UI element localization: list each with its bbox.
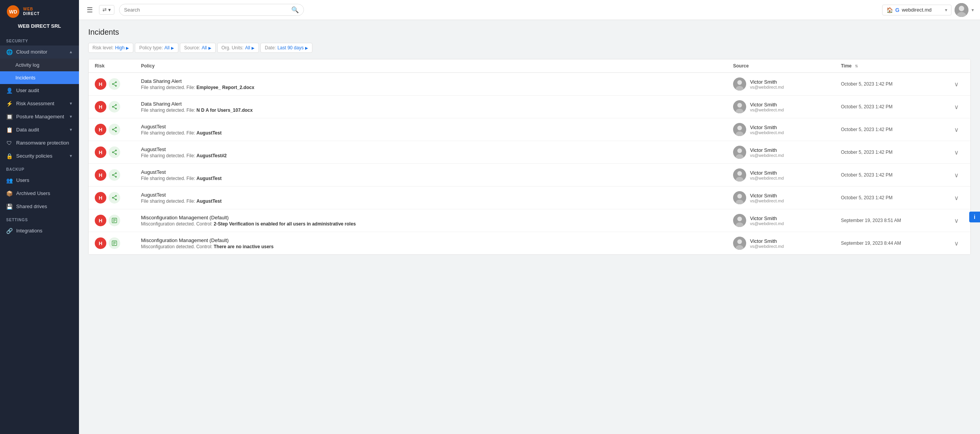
risk-assessment-icon: ⚡ [6,101,12,107]
svg-point-47 [115,199,117,200]
share-button[interactable]: ⇄ ▾ [99,5,114,15]
risk-cell: H [95,78,141,90]
sidebar-item-posture-management[interactable]: 🔲 Posture Management ▼ [0,110,79,123]
sidebar-shared-drives-label: Shared drives [16,204,47,209]
svg-point-3 [959,6,964,11]
sidebar-item-users[interactable]: 👥 Users [0,174,79,187]
sidebar-item-ransomware-protection[interactable]: 🛡 Ransomware protection [0,136,79,150]
filter-risk-level[interactable]: Risk level: High ▶ [88,43,133,53]
sidebar-item-incidents[interactable]: Incidents [0,71,79,84]
svg-text:WD: WD [9,9,17,15]
users-icon: 👥 [6,177,12,183]
expand-button[interactable]: ∨ [949,81,964,88]
table-row: H Data Sharing Alert File sharing detect… [89,96,970,118]
filter-org-units-arrow-icon: ▶ [252,46,255,50]
source-email: vs@webdirect.md [750,176,784,180]
expand-button[interactable]: ∨ [949,126,964,133]
filter-source[interactable]: Source: All ▶ [180,43,216,53]
time-cell: October 5, 2023 1:42 PM [841,172,949,178]
sidebar-item-risk-assessment[interactable]: ⚡ Risk Assessment ▼ [0,97,79,110]
section-security-label: SECURITY [0,34,79,45]
hamburger-button[interactable]: ☰ [85,4,94,16]
policy-desc: Misconfiguration detected. Control: 2-St… [141,221,733,227]
filter-policy-type-value: All [164,45,169,50]
time-cell: October 5, 2023 1:42 PM [841,150,949,155]
source-email: vs@webdirect.md [750,108,784,112]
sidebar-item-data-audit[interactable]: 📋 Data audit ▼ [0,123,79,136]
info-panel-button[interactable]: i [969,212,980,222]
risk-badge-high: H [95,215,106,226]
source-avatar [733,146,746,159]
table-row: H Misconfiguration Management (Default) … [89,232,970,254]
policy-desc: File sharing detected. File: AugustTest [141,176,733,181]
time-cell: October 5, 2023 1:42 PM [841,104,949,109]
sidebar: WD WEB DIRECT WEB DIRECT SRL SECURITY 🌐 … [0,0,79,434]
source-email: vs@webdirect.md [750,221,784,226]
expand-button[interactable]: ∨ [949,217,964,224]
policy-name: AugustTest [141,124,733,130]
sidebar-risk-assessment-label: Risk Assessment [16,101,54,106]
expand-button[interactable]: ∨ [949,194,964,202]
search-icon: 🔍 [291,6,299,13]
topbar-right: 🏠 G webdirect.md ▾ ▾ [882,3,974,17]
filter-policy-type-arrow-icon: ▶ [171,46,174,50]
sidebar-item-activity-log[interactable]: Activity log [0,59,79,71]
share-policy-icon [109,192,120,204]
table-row: H AugustTest File sharing detected. File… [89,164,970,187]
svg-point-22 [112,129,114,130]
sidebar-item-integrations[interactable]: 🔗 Integrations [0,224,79,237]
source-cell: Victor Smith vs@webdirect.md [733,214,841,227]
source-cell: Victor Smith vs@webdirect.md [733,191,841,204]
expand-button[interactable]: ∨ [949,240,964,247]
time-cell: October 5, 2023 1:42 PM [841,195,949,200]
source-cell: Victor Smith vs@webdirect.md [733,168,841,182]
table-row: H AugustTest File sharing detected. File… [89,187,970,209]
risk-badge-high: H [95,237,106,249]
filter-risk-level-value: High [115,45,125,50]
time-sort-icon[interactable]: ⇅ [855,64,858,68]
filter-org-units[interactable]: Org. Units: All ▶ [217,43,259,53]
source-name: Victor Smith [750,215,784,221]
risk-badge-high: H [95,169,106,181]
svg-point-58 [737,217,742,221]
company-name: WEB DIRECT SRL [0,23,79,34]
incidents-table: Risk Policy Source Time ⇅ H Data [88,59,971,255]
filters-bar: Risk level: High ▶ Policy type: All ▶ So… [88,43,971,53]
search-bar[interactable]: 🔍 [119,4,304,16]
user-avatar[interactable] [955,3,968,17]
share-policy-icon [109,78,120,90]
source-avatar [733,100,746,113]
sidebar-item-archived-users[interactable]: 📦 Archived Users [0,187,79,200]
sidebar-item-cloud-monitor[interactable]: 🌐 Cloud monitor ▲ [0,45,79,59]
policy-name: Data Sharing Alert [141,78,733,84]
share-icon: ⇄ [102,7,107,13]
sidebar-item-security-policies[interactable]: 🔒 Security policies ▼ [0,150,79,163]
risk-cell: H [95,124,141,135]
svg-point-45 [115,195,117,197]
filter-policy-type[interactable]: Policy type: All ▶ [135,43,178,53]
policy-name: AugustTest [141,169,733,175]
posture-management-icon: 🔲 [6,114,12,120]
filter-risk-level-arrow-icon: ▶ [126,46,129,50]
svg-point-21 [115,127,117,128]
expand-button[interactable]: ∨ [949,103,964,111]
search-input[interactable] [124,7,288,13]
sidebar-posture-management-label: Posture Management [16,114,64,119]
content-area: Incidents Risk level: High ▶ Policy type… [79,20,980,434]
expand-button[interactable]: ∨ [949,149,964,156]
share-chevron-icon: ▾ [108,7,111,13]
expand-button[interactable]: ∨ [949,172,964,179]
policy-cell: Data Sharing Alert File sharing detected… [141,101,733,113]
domain-selector[interactable]: 🏠 G webdirect.md ▾ [882,5,951,15]
app-logo-icon: WD [6,5,20,19]
svg-point-6 [112,83,114,85]
source-email: vs@webdirect.md [750,153,784,158]
sidebar-users-label: Users [16,177,29,183]
sidebar-item-shared-drives[interactable]: 💾 Shared drives [0,200,79,213]
svg-point-14 [112,106,114,108]
sidebar-item-user-audit[interactable]: 👤 User audit [0,84,79,97]
archived-users-icon: 📦 [6,190,12,197]
policy-name: Data Sharing Alert [141,101,733,107]
filter-date[interactable]: Date: Last 90 days ▶ [260,43,312,53]
cloud-monitor-icon: 🌐 [6,49,12,55]
